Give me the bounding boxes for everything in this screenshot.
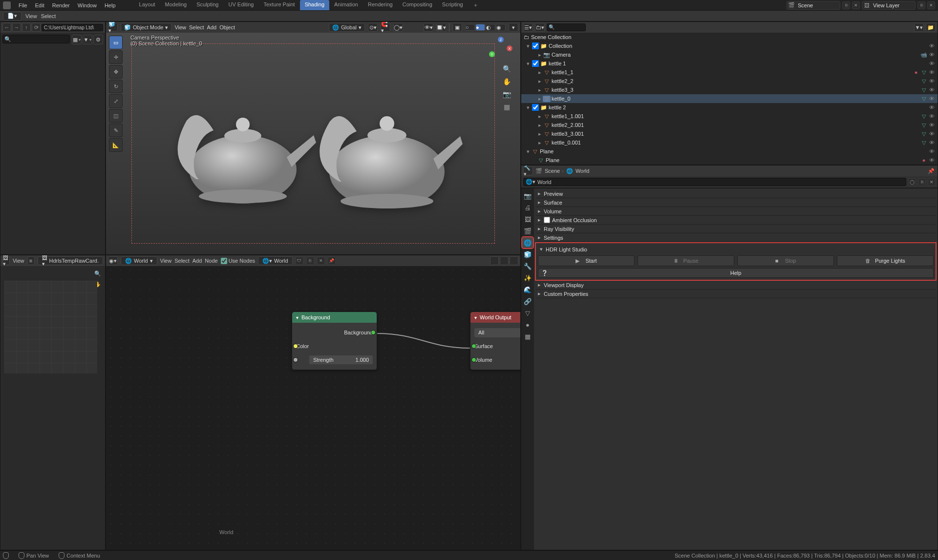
socket-in-value[interactable] bbox=[293, 357, 298, 362]
pan-icon[interactable]: ✋ bbox=[502, 77, 512, 86]
imged-mode-button[interactable]: ≡ bbox=[27, 256, 35, 265]
hdls-purge-button[interactable]: 🗑Purge Lights bbox=[837, 255, 934, 266]
outliner-display-mode[interactable]: 🗀▾ bbox=[535, 23, 545, 32]
eye-icon[interactable]: 👁 bbox=[928, 52, 936, 58]
ne-snap-button[interactable] bbox=[490, 256, 499, 265]
world-shield-button[interactable]: 🛡 bbox=[296, 257, 303, 265]
outliner-item[interactable]: ▸▽kettle2_2.001▽👁 bbox=[521, 121, 938, 129]
zoom-icon[interactable]: 🔍 bbox=[93, 269, 102, 278]
tab-output[interactable]: 🖨 bbox=[522, 202, 533, 213]
outliner-item[interactable]: ▸▽kettle1_1.001▽👁 bbox=[521, 112, 938, 121]
tab-uv-editing[interactable]: UV Editing bbox=[223, 0, 258, 10]
overlays-button[interactable]: 🔲▾ bbox=[436, 23, 446, 32]
section-ray-visibility[interactable]: ▸Ray Visibility bbox=[536, 225, 936, 233]
shader-type-selector[interactable]: 🌐World▾ bbox=[121, 256, 157, 265]
editor-type-button[interactable]: 🧊▾ bbox=[108, 23, 118, 32]
outliner-tree[interactable]: 🗀 Scene Collection ▾ 📁 Collection 👁 ▸ 📷 … bbox=[521, 33, 938, 165]
input-volume[interactable]: Volume bbox=[474, 353, 521, 367]
tab-particles[interactable]: ✨ bbox=[522, 272, 533, 283]
outliner-item[interactable]: ▸▽kettle2_2▽👁 bbox=[521, 77, 938, 85]
fb-settings-button[interactable]: ⚙ bbox=[93, 35, 103, 44]
viewlayer-delete-button[interactable]: ✕ bbox=[927, 1, 935, 9]
outliner-item-kettle1-collection[interactable]: ▾ 📁 kettle 1 👁 bbox=[521, 59, 938, 68]
tab-compositing[interactable]: Compositing bbox=[398, 0, 437, 10]
node-background[interactable]: ▾ Background Background Color Strength 1… bbox=[292, 311, 377, 370]
eye-icon[interactable]: 👁 bbox=[928, 131, 936, 137]
menu-file[interactable]: File bbox=[15, 1, 31, 10]
collection-visibility-checkbox[interactable] bbox=[532, 104, 539, 111]
ne-overlay-button[interactable] bbox=[500, 256, 509, 265]
outliner-item[interactable]: ▸▽kettle_0.001▽👁 bbox=[521, 138, 938, 147]
section-ambient-occlusion[interactable]: ▸Ambient Occlusion bbox=[536, 216, 936, 224]
tab-sculpting[interactable]: Sculpting bbox=[192, 0, 223, 10]
outliner-item[interactable]: ▸▽kettle3_3.001▽👁 bbox=[521, 129, 938, 138]
scene-name-input[interactable] bbox=[796, 2, 840, 9]
fb-back-button[interactable]: ← bbox=[2, 23, 11, 32]
fb-filter-button[interactable]: ▼ bbox=[83, 35, 92, 44]
tool-cursor[interactable]: ✛ bbox=[109, 50, 123, 64]
image-editor-body[interactable]: 🔍 ✋ bbox=[0, 266, 105, 550]
tool-annotate[interactable]: ✎ bbox=[109, 124, 123, 137]
menu-render[interactable]: Render bbox=[48, 1, 74, 10]
tab-modeling[interactable]: Modeling bbox=[160, 0, 192, 10]
hdls-stop-button[interactable]: ■Stop bbox=[737, 255, 834, 266]
tab-scripting[interactable]: Scripting bbox=[437, 0, 468, 10]
fb-display-mode-button[interactable]: ▦ bbox=[72, 35, 82, 44]
eye-icon[interactable]: 👁 bbox=[928, 113, 936, 119]
tb-select[interactable]: Select bbox=[41, 13, 56, 19]
vp-menu-view[interactable]: View bbox=[174, 23, 186, 32]
xray-button[interactable]: ▣ bbox=[452, 23, 462, 32]
input-surface[interactable]: Surface bbox=[474, 339, 521, 353]
strength-field[interactable]: Strength 1.000 bbox=[309, 355, 373, 364]
vp-menu-object[interactable]: Object bbox=[219, 23, 235, 32]
add-workspace-button[interactable]: ＋ bbox=[468, 0, 483, 10]
fb-search-input[interactable] bbox=[2, 35, 70, 43]
tool-scale[interactable]: ⤢ bbox=[109, 94, 123, 108]
shading-options[interactable]: ▾ bbox=[509, 23, 518, 32]
outliner-item-selected[interactable]: ▸▽kettle_0▽👁 bbox=[521, 94, 938, 103]
world-unlink-button[interactable]: ✕ bbox=[928, 178, 936, 186]
fb-forward-button[interactable]: → bbox=[12, 23, 21, 32]
imged-editor-type[interactable]: 🖼▾ bbox=[2, 256, 10, 265]
eye-icon[interactable]: 👁 bbox=[928, 78, 936, 84]
eye-icon[interactable]: 👁 bbox=[928, 61, 936, 66]
tab-shading[interactable]: Shading bbox=[300, 0, 329, 10]
collection-visibility-checkbox[interactable] bbox=[532, 42, 539, 49]
fb-up-button[interactable]: ↑ bbox=[22, 23, 31, 32]
node-world-output[interactable]: ▾ World Output All▾ Surface Volume bbox=[470, 311, 521, 370]
image-selector[interactable]: 🖼▾ HdrlsTempRawCard. bbox=[38, 256, 103, 265]
node-header[interactable]: ▾ World Output bbox=[470, 312, 521, 323]
tab-texture[interactable]: ▦ bbox=[522, 331, 533, 342]
target-selector[interactable]: All▾ bbox=[474, 326, 521, 339]
socket-in-shader[interactable] bbox=[471, 344, 476, 349]
world-copy-button[interactable]: ⎘ bbox=[918, 178, 926, 186]
hdls-start-button[interactable]: ▶Start bbox=[538, 255, 635, 266]
eye-icon[interactable]: 👁 bbox=[928, 157, 936, 163]
zoom-icon[interactable]: 🔍 bbox=[502, 64, 512, 74]
tool-move[interactable]: ✥ bbox=[109, 65, 123, 79]
menu-help[interactable]: Help bbox=[101, 1, 120, 10]
shade-matpreview[interactable]: ◐ bbox=[486, 24, 495, 31]
eye-icon[interactable]: 👁 bbox=[928, 87, 936, 93]
tab-modifiers[interactable]: 🔧 bbox=[522, 261, 533, 271]
outliner-new-collection-button[interactable]: 📁 bbox=[926, 23, 936, 32]
camera-view-icon[interactable]: 📷 bbox=[502, 89, 512, 99]
tab-texture-paint[interactable]: Texture Paint bbox=[258, 0, 299, 10]
input-strength[interactable]: Strength 1.000 bbox=[296, 353, 373, 367]
collection-visibility-checkbox[interactable] bbox=[532, 60, 539, 67]
ao-checkbox[interactable] bbox=[544, 217, 550, 223]
outliner-item-plane-parent[interactable]: ▾▽Plane👁 bbox=[521, 147, 938, 156]
outliner-root[interactable]: 🗀 Scene Collection bbox=[521, 33, 938, 41]
section-preview[interactable]: ▸Preview bbox=[536, 189, 936, 198]
world-link-selector[interactable]: 🌐▾World bbox=[258, 256, 293, 265]
eye-icon[interactable]: 👁 bbox=[928, 69, 936, 75]
socket-in-color[interactable] bbox=[293, 344, 298, 349]
scene-delete-button[interactable]: ✕ bbox=[852, 1, 860, 9]
pivot-button[interactable]: ⊙▾ bbox=[368, 23, 378, 32]
target-dropdown[interactable]: All▾ bbox=[474, 328, 521, 337]
world-unlink-button[interactable]: ✕ bbox=[317, 257, 325, 265]
tool-select-box[interactable]: ▭ bbox=[109, 36, 123, 49]
collapse-icon[interactable]: ▾ bbox=[474, 315, 477, 320]
eye-icon[interactable]: 👁 bbox=[928, 148, 936, 154]
properties-editor-type[interactable]: 🔧▾ bbox=[523, 166, 533, 175]
